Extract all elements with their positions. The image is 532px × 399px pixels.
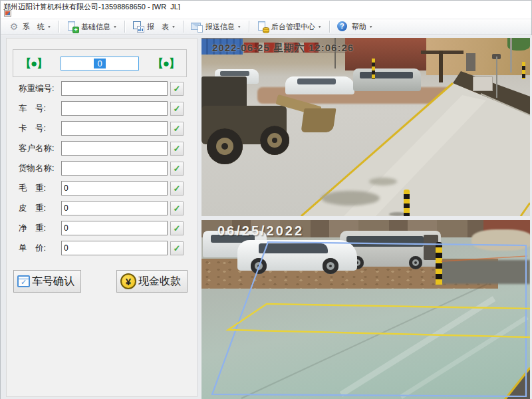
weight-display-value: 0 [94,59,105,68]
window-title: 郑州迈阳计算机科技有限公司-13598868650 - [WR_JL] [1,1,531,10]
light-pole [510,38,512,72]
app-window: 郑州迈阳计算机科技有限公司-13598868650 - [WR_JL] ⚙ 系 … [0,0,532,399]
equipment-box [466,53,475,71]
toolbar-separator [183,21,184,33]
weigh-no-label: 称重编号: [19,83,61,94]
camera-timestamp: 06/25/2022 [217,223,304,239]
report-chart-icon [132,21,144,33]
left-status-indicator: 【●】 [20,56,47,71]
weighbridge-deck-graphic [201,38,530,216]
plate-confirm-label: 车号确认 [32,275,74,289]
unit-price-input[interactable] [61,241,168,255]
toolbar-submit-info-label: 报送信息 [205,22,235,32]
camera-feed-top: 2022-06-25 星期六 12:06:26 [201,38,530,216]
toolbar-system[interactable]: ⚙ 系 统 ▼ [5,20,55,33]
striped-marker-pole [372,59,375,79]
card-no-confirm-button[interactable]: ✓ [170,122,184,136]
weigh-no-input[interactable] [61,81,168,96]
field-row: 单 价: ✓ [19,241,197,255]
field-row: 毛 重: ✓ [19,181,197,196]
chevron-down-icon: ▼ [237,25,241,29]
goods-name-input[interactable] [61,161,168,176]
field-row: 货物名称: ✓ [19,161,197,176]
check-icon: ✓ [174,164,181,174]
card-no-label: 卡 号: [19,123,61,134]
plate-confirm-button[interactable]: ✓ 车号确认 [13,270,81,293]
check-icon: ✓ [174,144,181,154]
gross-weight-input[interactable] [61,181,168,196]
weigh-no-confirm-button[interactable]: ✓ [170,82,184,96]
tare-weight-input[interactable] [61,201,168,215]
field-row: 客户名称: ✓ [19,141,197,156]
net-weight-label: 净 重: [19,223,61,234]
field-row: 卡 号: ✓ [19,121,197,136]
goods-name-confirm-button[interactable]: ✓ [170,162,184,176]
toolbar-separator [59,21,59,33]
unit-price-confirm-button[interactable]: ✓ [170,241,184,255]
action-row: ✓ 车号确认 ¥ 现金收款 [13,270,188,293]
weigh-panel: 【●】 0 【●】 称重编号: ✓ 车 号: ✓ 卡 号: [6,38,198,397]
pavement-stain [369,178,397,186]
checkbox-icon: ✓ [17,275,30,287]
net-weight-confirm-button[interactable]: ✓ [170,221,184,235]
field-row: 车 号: ✓ [19,101,197,116]
chevron-down-icon: ▼ [113,25,117,29]
striped-bollard [404,190,410,216]
pavement-stain [321,191,380,205]
toolbar-separator [329,21,330,33]
toolbar-reports[interactable]: 报 表 ▼ [129,20,179,33]
toolbar-help[interactable]: ? 帮助 ▼ [334,20,376,33]
card-no-input[interactable] [61,121,168,136]
gears-icon: ⚙ [8,21,20,33]
main-content: 【●】 0 【●】 称重编号: ✓ 车 号: ✓ 卡 号: [1,35,532,399]
control-cabinet [473,76,493,91]
customer-name-input[interactable] [61,141,168,156]
chevron-down-icon: ▼ [369,25,373,29]
right-status-indicator: 【●】 [152,56,180,71]
cash-collect-label: 现金收款 [138,275,181,289]
check-icon: ✓ [174,223,181,233]
customer-name-label: 客户名称: [19,143,61,154]
tare-weight-confirm-button[interactable]: ✓ [170,201,184,215]
plate-no-confirm-button[interactable]: ✓ [170,102,184,116]
gross-weight-confirm-button[interactable]: ✓ [170,182,184,196]
toolbar-backend-center-label: 后台管理中心 [271,22,315,32]
weight-display[interactable]: 0 [61,57,139,70]
detection-zone-overlay [201,220,530,399]
chevron-down-icon: ▼ [318,25,322,29]
toolbar-submit-info[interactable]: 报送信息 ▼ [188,20,245,33]
app-icon [4,10,11,17]
toolbar-separator [249,21,249,33]
check-icon: ✓ [174,124,181,134]
plate-no-label: 车 号: [19,103,61,114]
chevron-down-icon: ▼ [172,25,176,29]
toolbar: ⚙ 系 统 ▼ + 基础信息 ▼ 报 表 ▼ 报送信息 ▼ 后台管理中心 ▼ [1,19,531,35]
tare-weight-label: 皮 重: [19,203,61,214]
toolbar-system-label: 系 统 [23,22,45,32]
customer-name-confirm-button[interactable]: ✓ [170,142,184,156]
help-icon: ? [337,21,349,33]
net-weight-input[interactable] [61,221,168,235]
menu-row [1,10,531,19]
camera-timestamp: 2022-06-25 星期六 12:06:26 [212,42,354,55]
check-icon: ✓ [174,184,181,194]
plate-no-input[interactable] [61,101,168,116]
goods-name-label: 货物名称: [19,163,61,174]
yuan-coin-icon: ¥ [120,273,136,289]
check-icon: ✓ [174,243,181,253]
cash-collect-button[interactable]: ¥ 现金收款 [116,270,188,293]
barrier-post [439,51,443,82]
toolbar-basic-info-label: 基础信息 [81,22,110,32]
check-icon: ✓ [174,203,181,213]
field-row: 称重编号: ✓ [19,81,197,96]
doc-plus-icon: + [66,21,78,33]
field-row: 皮 重: ✓ [19,201,197,215]
toolbar-basic-info[interactable]: + 基础信息 ▼ [63,20,120,33]
coins-doc-icon [257,21,269,33]
camera-feed-bottom: 06/25/2022 [201,220,530,399]
cctv-camera-pole [496,57,497,98]
chevron-down-icon: ▼ [47,25,51,29]
striped-marker-pole [522,62,525,79]
toolbar-backend-center[interactable]: 后台管理中心 ▼ [253,20,325,33]
field-row: 净 重: ✓ [19,221,197,235]
